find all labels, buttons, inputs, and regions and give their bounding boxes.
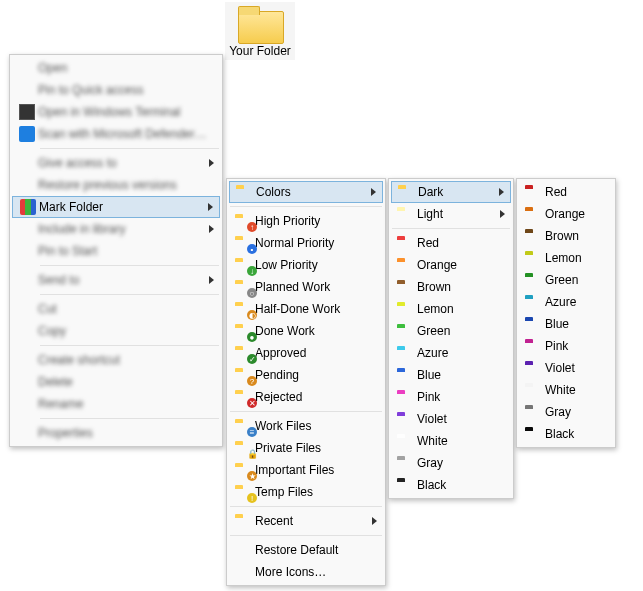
chevron-right-icon xyxy=(372,517,377,525)
dark-item-10-icon xyxy=(523,405,545,419)
mark-group1-0[interactable]: Colors xyxy=(229,181,383,203)
mark-group2-7-icon: ? xyxy=(233,368,255,382)
colors-item-1-label: Orange xyxy=(417,258,493,272)
colors-item-6-icon xyxy=(395,368,417,382)
ctx-items-2-label: Open in Windows Terminal xyxy=(38,105,202,119)
ctx-items2-1-label: Restore previous versions xyxy=(38,178,202,192)
colors-submenu: DarkLightRedOrangeBrownLemonGreenAzureBl… xyxy=(388,178,514,499)
mark-group4-0[interactable]: Recent xyxy=(229,510,383,532)
dark-item-6[interactable]: Blue xyxy=(519,313,613,335)
mark-group4-0-icon xyxy=(233,514,255,528)
dark-item-9[interactable]: White xyxy=(519,379,613,401)
separator xyxy=(40,148,219,149)
mark-group2-2[interactable]: ↓Low Priority xyxy=(229,254,383,276)
mark-group3-2-icon: ★ xyxy=(233,463,255,477)
ctx-items5-1[interactable]: Delete xyxy=(12,371,220,393)
dark-item-11-label: Black xyxy=(545,427,595,441)
mark-group4-0-label: Recent xyxy=(255,514,365,528)
mark-group3-3[interactable]: !Temp Files xyxy=(229,481,383,503)
ctx-items-3[interactable]: Scan with Microsoft Defender… xyxy=(12,123,220,145)
chevron-right-icon xyxy=(499,188,504,196)
colors-top-1[interactable]: Light xyxy=(391,203,511,225)
dark-item-7[interactable]: Pink xyxy=(519,335,613,357)
separator xyxy=(40,265,219,266)
mark-group2-7[interactable]: ?Pending xyxy=(229,364,383,386)
mark-group2-6-label: Approved xyxy=(255,346,365,360)
dark-item-11[interactable]: Black xyxy=(519,423,613,445)
ctx-items2-0[interactable]: Give access to xyxy=(12,152,220,174)
ctx-items2-4-label: Pin to Start xyxy=(38,244,202,258)
ctx-items-0[interactable]: Open xyxy=(12,57,220,79)
ctx-items5-2[interactable]: Rename xyxy=(12,393,220,415)
dark-item-1[interactable]: Orange xyxy=(519,203,613,225)
colors-item-4-icon xyxy=(395,324,417,338)
ctx-items2-2[interactable]: Mark Folder xyxy=(12,196,220,218)
dark-item-6-label: Blue xyxy=(545,317,595,331)
mark-group2-5[interactable]: ●Done Work xyxy=(229,320,383,342)
colors-item-10[interactable]: Gray xyxy=(391,452,511,474)
colors-item-7[interactable]: Pink xyxy=(391,386,511,408)
dark-item-5[interactable]: Azure xyxy=(519,291,613,313)
ctx-items4-0[interactable]: Cut xyxy=(12,298,220,320)
colors-item-2[interactable]: Brown xyxy=(391,276,511,298)
dark-item-7-label: Pink xyxy=(545,339,595,353)
colors-item-8[interactable]: Violet xyxy=(391,408,511,430)
ctx-items5-0[interactable]: Create shortcut xyxy=(12,349,220,371)
dark-item-11-icon xyxy=(523,427,545,441)
colors-top-0[interactable]: Dark xyxy=(391,181,511,203)
colors-item-10-icon xyxy=(395,456,417,470)
mark-group2-0[interactable]: ↑High Priority xyxy=(229,210,383,232)
dark-item-7-icon xyxy=(523,339,545,353)
mark-group3-2[interactable]: ★Important Files xyxy=(229,459,383,481)
mark-group2-2-label: Low Priority xyxy=(255,258,365,272)
ctx-items-2[interactable]: Open in Windows Terminal xyxy=(12,101,220,123)
colors-top-1-label: Light xyxy=(417,207,493,221)
dark-item-2[interactable]: Brown xyxy=(519,225,613,247)
colors-item-11[interactable]: Black xyxy=(391,474,511,496)
ctx-items4-1[interactable]: Copy xyxy=(12,320,220,342)
mark-group3-0-label: Work Files xyxy=(255,419,365,433)
mark-group2-0-icon: ↑ xyxy=(233,214,255,228)
colors-item-9[interactable]: White xyxy=(391,430,511,452)
colors-item-4[interactable]: Green xyxy=(391,320,511,342)
mark-group2-4-label: Half-Done Work xyxy=(255,302,365,316)
chevron-right-icon xyxy=(209,276,214,284)
ctx-items3-0[interactable]: Send to xyxy=(12,269,220,291)
dark-item-10-label: Gray xyxy=(545,405,595,419)
mark-group5-0[interactable]: Restore Default xyxy=(229,539,383,561)
dark-item-4[interactable]: Green xyxy=(519,269,613,291)
ctx-items2-1[interactable]: Restore previous versions xyxy=(12,174,220,196)
colors-item-6[interactable]: Blue xyxy=(391,364,511,386)
mark-group2-4[interactable]: ◐Half-Done Work xyxy=(229,298,383,320)
dark-item-9-icon xyxy=(523,383,545,397)
dark-item-8[interactable]: Violet xyxy=(519,357,613,379)
ctx-items2-2-label: Mark Folder xyxy=(39,200,202,214)
mark-group2-1[interactable]: •Normal Priority xyxy=(229,232,383,254)
colors-item-3[interactable]: Lemon xyxy=(391,298,511,320)
ctx-items5-0-label: Create shortcut xyxy=(38,353,202,367)
dark-item-3[interactable]: Lemon xyxy=(519,247,613,269)
mark-group2-1-icon: • xyxy=(233,236,255,250)
mark-group3-1[interactable]: 🔒Private Files xyxy=(229,437,383,459)
colors-item-5[interactable]: Azure xyxy=(391,342,511,364)
mark-folder-submenu: Colors↑High Priority•Normal Priority↓Low… xyxy=(226,178,386,586)
colors-item-1[interactable]: Orange xyxy=(391,254,511,276)
ctx-items-1[interactable]: Pin to Quick access xyxy=(12,79,220,101)
desktop-folder[interactable]: Your Folder xyxy=(225,2,295,60)
mark-group2-3[interactable]: ○Planned Work xyxy=(229,276,383,298)
mark-group2-6[interactable]: ✓Approved xyxy=(229,342,383,364)
colors-item-9-label: White xyxy=(417,434,493,448)
mark-group2-8[interactable]: ✕Rejected xyxy=(229,386,383,408)
dark-item-9-label: White xyxy=(545,383,595,397)
colors-item-0[interactable]: Red xyxy=(391,232,511,254)
ctx-items3-0-label: Send to xyxy=(38,273,202,287)
mark-group5-1[interactable]: More Icons… xyxy=(229,561,383,583)
ctx-items2-4[interactable]: Pin to Start xyxy=(12,240,220,262)
colors-item-0-label: Red xyxy=(417,236,493,250)
dark-item-0[interactable]: Red xyxy=(519,181,613,203)
mark-group3-0[interactable]: ≡Work Files xyxy=(229,415,383,437)
dark-item-10[interactable]: Gray xyxy=(519,401,613,423)
ctx-items2-3[interactable]: Include in library xyxy=(12,218,220,240)
ctx-items6-0[interactable]: Properties xyxy=(12,422,220,444)
dark-item-8-label: Violet xyxy=(545,361,595,375)
